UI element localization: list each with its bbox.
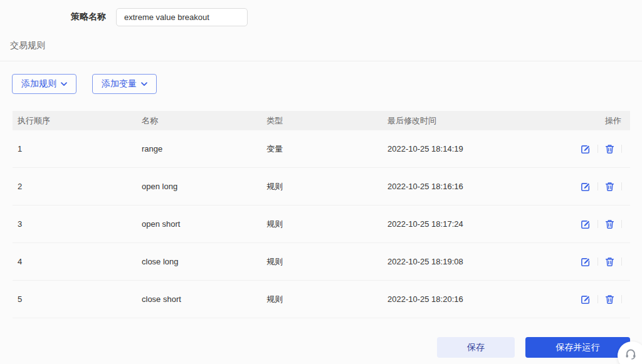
header-modified: 最后修改时间 — [382, 115, 555, 127]
cell-modified: 2022-10-25 18:14:19 — [382, 144, 555, 153]
add-variable-label: 添加变量 — [102, 78, 137, 90]
cell-type: 规则 — [261, 256, 382, 268]
section-title-trading-rules: 交易规则 — [10, 40, 642, 51]
table-row: 4 close long 规则 2022-10-25 18:19:08 — [13, 243, 630, 281]
cell-type: 变量 — [261, 143, 382, 155]
cell-type: 规则 — [261, 219, 382, 230]
header-exec-order: 执行顺序 — [13, 115, 137, 127]
action-divider — [621, 220, 622, 228]
toolbar: 添加规则 添加变量 — [12, 74, 642, 94]
cell-name: range — [137, 144, 261, 153]
save-and-run-button[interactable]: 保存并运行 — [525, 337, 630, 358]
section-divider — [0, 61, 642, 61]
trash-icon[interactable] — [605, 144, 614, 154]
save-button[interactable]: 保存 — [437, 337, 515, 358]
edit-icon[interactable] — [581, 294, 591, 304]
table-row: 3 open short 规则 2022-10-25 18:17:24 — [13, 205, 630, 243]
footer-actions: 保存 保存并运行 — [0, 337, 630, 358]
edit-icon[interactable] — [581, 144, 591, 154]
trash-icon[interactable] — [605, 257, 614, 267]
cell-type: 规则 — [261, 181, 382, 192]
edit-icon[interactable] — [581, 257, 591, 267]
table-header-row: 执行顺序 名称 类型 最后修改时间 操作 — [13, 111, 630, 130]
cell-name: close short — [137, 294, 261, 304]
cell-exec-order: 5 — [13, 294, 137, 304]
action-divider — [597, 220, 598, 228]
table-row: 2 open long 规则 2022-10-25 18:16:16 — [13, 168, 630, 205]
cell-modified: 2022-10-25 18:20:16 — [382, 294, 555, 304]
action-divider — [621, 182, 622, 190]
table-body: 1 range 变量 2022-10-25 18:14:19 — [13, 130, 630, 318]
add-rule-label: 添加规则 — [21, 78, 56, 90]
cell-name: open long — [137, 182, 261, 191]
action-divider — [597, 182, 598, 190]
cell-exec-order: 4 — [13, 257, 137, 266]
add-rule-button[interactable]: 添加规则 — [12, 74, 76, 94]
cell-exec-order: 1 — [13, 144, 137, 153]
chevron-down-icon — [61, 82, 67, 86]
action-divider — [621, 295, 622, 303]
header-type: 类型 — [261, 115, 382, 127]
header-name: 名称 — [137, 115, 261, 127]
cell-actions — [555, 182, 630, 192]
action-divider — [597, 145, 598, 153]
cell-actions — [555, 144, 630, 154]
trash-icon[interactable] — [605, 294, 614, 304]
cell-actions — [555, 257, 630, 267]
action-divider — [621, 257, 622, 266]
add-variable-button[interactable]: 添加变量 — [92, 74, 157, 94]
cell-exec-order: 3 — [13, 219, 137, 229]
trash-icon[interactable] — [605, 219, 614, 229]
trash-icon[interactable] — [605, 182, 614, 192]
action-divider — [597, 295, 598, 303]
table-row: 5 close short 规则 2022-10-25 18:20:16 — [13, 281, 630, 318]
cell-actions — [555, 294, 630, 304]
cell-name: close long — [137, 257, 261, 266]
cell-exec-order: 2 — [13, 182, 137, 191]
chevron-down-icon — [141, 82, 147, 86]
cell-name: open short — [137, 219, 261, 229]
action-divider — [621, 145, 622, 153]
cell-modified: 2022-10-25 18:16:16 — [382, 182, 555, 191]
table-row: 1 range 变量 2022-10-25 18:14:19 — [13, 130, 630, 168]
header-actions: 操作 — [555, 115, 630, 127]
action-divider — [597, 257, 598, 266]
cell-modified: 2022-10-25 18:19:08 — [382, 257, 555, 266]
edit-icon[interactable] — [581, 182, 591, 192]
strategy-name-form: 策略名称 — [71, 8, 642, 26]
edit-icon[interactable] — [581, 219, 591, 229]
cell-modified: 2022-10-25 18:17:24 — [382, 219, 555, 229]
strategy-name-label: 策略名称 — [71, 11, 106, 23]
cell-type: 规则 — [261, 294, 382, 305]
rules-table: 执行顺序 名称 类型 最后修改时间 操作 1 range 变量 2022-10-… — [13, 111, 630, 318]
cell-actions — [555, 219, 630, 229]
strategy-name-input[interactable] — [116, 8, 248, 26]
